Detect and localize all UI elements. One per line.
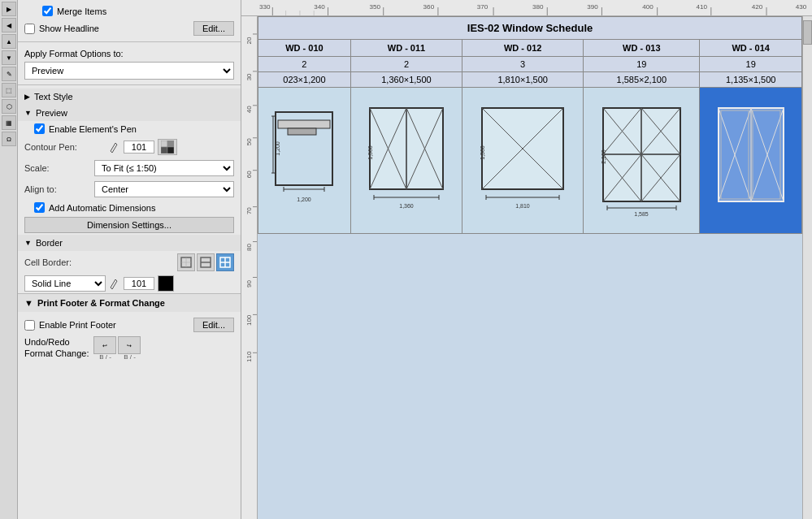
- print-footer-header[interactable]: ▼ Print Footer & Format Change: [18, 293, 241, 312]
- enable-print-footer-label[interactable]: Enable Print Footer: [24, 320, 116, 331]
- svg-text:1,200: 1,200: [297, 197, 312, 202]
- window-drawing-3: 1,585 2,100: [590, 94, 693, 227]
- add-auto-dim-checkbox[interactable]: [34, 202, 45, 213]
- window-svg-4: [714, 104, 788, 218]
- enable-elements-pen-checkbox[interactable]: [34, 123, 45, 134]
- svg-text:1,585: 1,585: [634, 211, 649, 217]
- tool-btn-6[interactable]: ⬚: [2, 83, 16, 97]
- svg-text:1,810: 1,810: [515, 203, 530, 209]
- align-to-select[interactable]: Center Left Right: [94, 181, 234, 197]
- window-cell-1[interactable]: 1,360 1,500: [350, 88, 462, 234]
- count-0: 2: [258, 57, 351, 72]
- line-style-select[interactable]: Solid Line Dashed Line Dotted Line: [24, 275, 106, 292]
- svg-line-0: [115, 143, 117, 145]
- apply-format-select[interactable]: Preview All Selected: [24, 62, 234, 80]
- border-icon-btn-3[interactable]: [216, 253, 234, 271]
- dim-1: 1,360×1,500: [350, 72, 462, 88]
- contour-pen-input[interactable]: [124, 141, 154, 154]
- preview-header[interactable]: ▼ Preview: [18, 105, 241, 121]
- svg-text:110: 110: [245, 351, 253, 362]
- count-1: 2: [350, 57, 462, 72]
- svg-text:50: 50: [245, 138, 253, 145]
- print-footer-edit-button[interactable]: Edit...: [193, 318, 234, 332]
- show-headline-checkbox[interactable]: [24, 24, 35, 34]
- add-auto-dim-row: Add Automatic Dimensions: [18, 200, 241, 215]
- col-header-2: WD - 012: [462, 40, 584, 57]
- svg-rect-58: [278, 120, 330, 128]
- scale-row: Scale: To Fit (≤ 1:50) 1:50 1:100: [18, 158, 241, 179]
- window-cell-4[interactable]: [700, 88, 802, 234]
- enable-elements-pen-row: Enable Element's Pen: [18, 121, 241, 136]
- window-cell-3[interactable]: 1,585 2,100: [584, 88, 700, 234]
- redo-button[interactable]: ↪: [118, 336, 141, 354]
- merge-items-checkbox[interactable]: [42, 6, 53, 16]
- window-svg-0: 1,200 1,200: [271, 108, 337, 214]
- text-style-label: Text Style: [34, 92, 73, 102]
- scale-select[interactable]: To Fit (≤ 1:50) 1:50 1:100: [94, 160, 234, 176]
- merge-items-checkbox-label[interactable]: Merge Items: [42, 6, 106, 16]
- dim-2: 1,810×1,500: [462, 72, 584, 88]
- line-pen-input[interactable]: [124, 277, 154, 290]
- col-header-1: WD - 011: [350, 40, 462, 57]
- undo-button[interactable]: ↩: [93, 336, 116, 354]
- solid-line-row: Solid Line Dashed Line Dotted Line: [18, 274, 241, 293]
- tool-btn-4[interactable]: ▼: [2, 50, 16, 65]
- tool-btn-1[interactable]: ▶: [2, 2, 16, 16]
- enable-elements-pen-label[interactable]: Enable Element's Pen: [34, 123, 137, 134]
- enable-print-footer-checkbox[interactable]: [24, 320, 35, 331]
- print-footer-section-label: Print Footer & Format Change: [37, 298, 165, 308]
- show-headline-checkbox-label[interactable]: Show Headline: [24, 24, 99, 34]
- window-cell-0[interactable]: 1,200 1,200: [258, 88, 351, 234]
- svg-text:340: 340: [314, 3, 325, 11]
- scroll-bar-right[interactable]: [802, 16, 812, 519]
- dim-3: 1,585×2,100: [584, 72, 700, 88]
- ruler-top-svg: 330 340 350 360 370 380 390: [258, 0, 812, 15]
- add-auto-dim-label[interactable]: Add Automatic Dimensions: [34, 202, 155, 213]
- svg-text:330: 330: [259, 3, 271, 11]
- svg-rect-1: [161, 141, 167, 147]
- show-headline-edit-button[interactable]: Edit...: [193, 21, 234, 36]
- pen-palette-button[interactable]: [158, 139, 177, 155]
- preview-label: Preview: [36, 108, 67, 118]
- svg-text:360: 360: [423, 3, 435, 11]
- contour-pen-row: Contour Pen:: [18, 136, 241, 158]
- print-footer-arrow-icon: ▼: [24, 298, 33, 308]
- text-style-header[interactable]: ▶ Text Style: [18, 89, 241, 105]
- border-icon-btn-2[interactable]: [197, 253, 215, 271]
- count-4: 19: [700, 57, 802, 72]
- dim-4: 1,135×1,500: [700, 72, 802, 88]
- color-swatch[interactable]: [158, 275, 174, 292]
- tool-btn-3[interactable]: ▲: [2, 34, 16, 49]
- add-auto-dim-text: Add Automatic Dimensions: [49, 203, 155, 213]
- pen-icon-2: [109, 278, 120, 289]
- svg-rect-3: [161, 147, 167, 154]
- border-icon-btn-1[interactable]: [177, 253, 195, 271]
- print-footer-section: Enable Print Footer Edit... Undo/Redo Fo…: [18, 312, 241, 365]
- count-row: 2 2 3 19 19: [258, 57, 802, 72]
- text-style-arrow-icon: ▶: [24, 93, 30, 101]
- undo-redo-label: Undo/Redo Format Change:: [24, 336, 89, 360]
- window-svg-1: 1,360 1,500: [366, 104, 447, 218]
- schedule-table: IES-02 Window Schedule WD - 010 WD - 011…: [258, 16, 802, 234]
- border-label: Border: [36, 238, 63, 248]
- svg-text:40: 40: [245, 106, 253, 113]
- svg-text:20: 20: [245, 37, 253, 44]
- cell-border-label: Cell Border:: [24, 257, 89, 267]
- cell-border-row: Cell Border:: [18, 251, 241, 274]
- window-cell-2[interactable]: 1,810 1,500: [462, 88, 584, 234]
- undo-redo-buttons: ↩ B / - ↪ B / -: [93, 336, 141, 361]
- tool-btn-2[interactable]: ◀: [2, 18, 16, 32]
- scale-label: Scale:: [24, 163, 89, 173]
- svg-text:2,100: 2,100: [601, 149, 606, 164]
- border-icons-group: [177, 253, 234, 271]
- svg-text:1,360: 1,360: [399, 203, 414, 209]
- align-to-label: Align to:: [24, 184, 89, 194]
- preview-arrow-icon: ▼: [24, 109, 32, 117]
- redo-composite: ↪ B / -: [118, 336, 141, 361]
- tool-btn-7[interactable]: ⬡: [2, 99, 16, 114]
- tool-btn-8[interactable]: ▦: [2, 115, 16, 130]
- tool-btn-5[interactable]: ✎: [2, 67, 16, 81]
- border-header[interactable]: ▼ Border: [18, 235, 241, 251]
- tool-btn-9[interactable]: Ω: [2, 132, 16, 146]
- dimension-settings-button[interactable]: Dimension Settings...: [24, 217, 234, 233]
